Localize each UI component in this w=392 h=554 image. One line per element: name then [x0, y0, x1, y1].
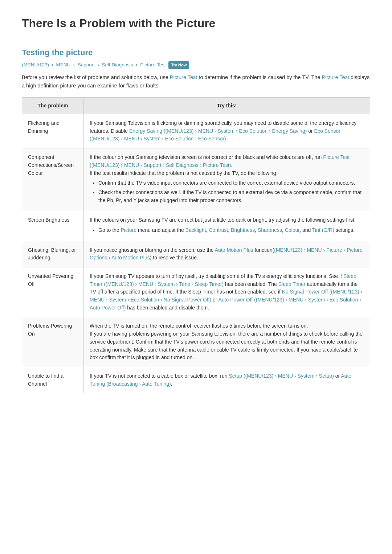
table-row: Screen Brightness If the colours on your…: [22, 211, 370, 241]
breadcrumb-menu: MENU: [56, 62, 71, 67]
problems-table: The problem Try this! Flickering and Dim…: [22, 97, 370, 393]
solution-text: If your Samsung TV appears to turn off b…: [84, 267, 370, 317]
solution-text: If the colours on your Samsung TV are co…: [84, 211, 370, 241]
col-problem-header: The problem: [22, 98, 84, 114]
problem-label: Screen Brightness: [22, 211, 84, 241]
try-now-badge[interactable]: Try Now: [168, 61, 189, 69]
solution-text: If the colour on your Samsung television…: [84, 148, 370, 211]
problem-label: Problems Powering On: [22, 317, 84, 367]
problem-label: Unwanted Powering Off: [22, 267, 84, 317]
breadcrumb-selfdiagnosis: Self Diagnosis: [102, 62, 133, 67]
table-row: Unwanted Powering Off If your Samsung TV…: [22, 267, 370, 317]
col-solution-header: Try this!: [84, 98, 370, 114]
intro-text: Before you review the list of problems a…: [22, 73, 370, 90]
page-title: There Is a Problem with the Picture: [22, 15, 370, 32]
table-row: Problems Powering On When the TV is turn…: [22, 317, 370, 367]
section-title: Testing the picture: [22, 46, 370, 58]
solution-text: When the TV is turned on, the remote con…: [84, 317, 370, 367]
table-row: Flickering and Dimming If your Samsung T…: [22, 114, 370, 148]
problem-label: Component Connections/Screen Colour: [22, 148, 84, 211]
table-row: Ghosting, Blurring, or Juddering If you …: [22, 241, 370, 267]
breadcrumb-picturetest: Picture Test: [140, 62, 166, 67]
problem-label: Unable to find a Channel: [22, 367, 84, 393]
problem-label: Flickering and Dimming: [22, 114, 84, 148]
table-row: Component Connections/Screen Colour If t…: [22, 148, 370, 211]
solution-text: If you notice ghosting or blurring on th…: [84, 241, 370, 267]
solution-text: If your TV is not connected to a cable b…: [84, 367, 370, 393]
breadcrumb-support: Support: [78, 62, 95, 67]
breadcrumb: (MENU/123) › MENU › Support › Self Diagn…: [22, 61, 370, 69]
breadcrumb-menu123: (MENU/123): [22, 62, 49, 67]
table-row: Unable to find a Channel If your TV is n…: [22, 367, 370, 393]
solution-text: If your Samsung Television is flickering…: [84, 114, 370, 148]
problem-label: Ghosting, Blurring, or Juddering: [22, 241, 84, 267]
